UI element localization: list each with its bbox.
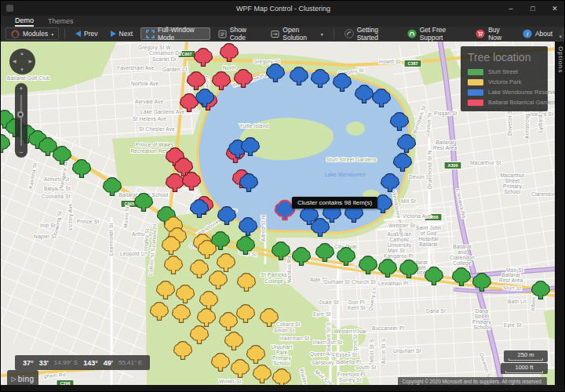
- map-label: Winter St: [219, 379, 242, 384]
- open-solution-button[interactable]: Open Solution▾: [266, 27, 327, 40]
- about-button[interactable]: i About: [518, 27, 557, 40]
- legend-swatch-3: [468, 100, 483, 106]
- maximize-button[interactable]: □: [522, 1, 544, 16]
- map-label: Indi St: [40, 223, 56, 228]
- pan-right-icon[interactable]: ▶: [28, 59, 32, 64]
- legend-swatch-1: [468, 79, 483, 85]
- menu-themes[interactable]: Themes: [48, 17, 74, 26]
- coordinates-bar: 37° 33' 14.99" S 143° 49' 55.41" E: [15, 355, 150, 370]
- road-badge-label: A300: [447, 163, 457, 168]
- full-window-mode-button[interactable]: Full-Window Mode: [140, 27, 210, 40]
- modules-button[interactable]: Modules▾: [5, 27, 59, 40]
- getting-started-icon: [344, 29, 354, 38]
- window-title: WPF Map Control - Clustering: [1, 5, 565, 13]
- map-label: BallaratandClarendonCollege: [450, 244, 475, 267]
- map-label: Scarlet Dr: [152, 56, 177, 62]
- map-label: Western Oval: [334, 328, 366, 334]
- minimize-button[interactable]: –: [500, 1, 522, 16]
- map-label: Victoria Ave: [403, 213, 432, 219]
- pan-up-icon[interactable]: ▲: [20, 51, 24, 56]
- shore-garden-patch: [346, 122, 365, 136]
- map-label: Mair St: [506, 267, 523, 273]
- buy-now-button[interactable]: Buy Now: [471, 27, 515, 40]
- map-label: Don Pl: [348, 299, 365, 305]
- latitude-degrees: 37°: [23, 359, 34, 367]
- road-badge-label: C807: [181, 52, 191, 56]
- bing-logo[interactable]: ▷ bing: [7, 370, 38, 385]
- map-label: Pisgah St: [434, 111, 457, 117]
- map-label: Sturt Street Gardens: [326, 157, 377, 162]
- map-label: Kangaroo Pl: [384, 253, 414, 260]
- map-label: Balyarta St: [44, 186, 71, 192]
- map-label: Clarendon: [531, 191, 555, 197]
- map-label: Prince St: [77, 219, 99, 224]
- map-label: Kent St: [348, 305, 366, 310]
- map-label: St Chester Ave: [139, 126, 175, 132]
- map-label: Lake Wendouree: [325, 172, 366, 177]
- map-label: BallaratRest Area: [433, 140, 457, 151]
- map-label: Durham St: [324, 279, 350, 285]
- headset-icon: [407, 29, 417, 38]
- zoom-slider[interactable]: + −: [15, 83, 27, 158]
- map-label: Faversham Ave: [117, 65, 155, 71]
- longitude-seconds: 55.41" E: [118, 359, 142, 366]
- cart-icon: [476, 29, 485, 38]
- map-label: Eyre St: [504, 322, 522, 328]
- map-label: Norfolk Ave: [131, 81, 159, 86]
- map-label: Sturt St: [503, 285, 522, 291]
- map-label: Collard St: [276, 321, 301, 327]
- map-label: Ascot St S: [381, 338, 386, 364]
- zoom-out-icon[interactable]: −: [15, 148, 27, 156]
- pan-down-icon[interactable]: ▼: [20, 67, 24, 72]
- map-label: Saint Johnof GodHospitalBallarat: [416, 225, 442, 247]
- map-label: Urquhart St: [393, 348, 421, 354]
- close-button[interactable]: ✕: [544, 1, 565, 16]
- map-label: Surrey St: [339, 377, 362, 383]
- map-label: Church St: [352, 279, 376, 285]
- map-label: Talbot St S: [369, 339, 374, 365]
- map-label: Cinnamon Dr: [149, 50, 181, 56]
- map-label: Dana St: [426, 308, 446, 314]
- map-area: C807C387C805A300C806C296 Ballarat Golf C…: [1, 42, 555, 385]
- map-label: Webster St: [388, 223, 415, 228]
- scale-imperial: 1000 ft: [501, 363, 548, 374]
- map-label: Ripon St S: [352, 328, 359, 355]
- prev-button[interactable]: Prev: [71, 27, 102, 40]
- toolbar-overflow-chevron-icon[interactable]: ▾: [559, 34, 562, 40]
- map-label: UrquhartParkPrimarySchool: [272, 344, 293, 366]
- zoom-track[interactable]: [20, 95, 22, 146]
- longitude-minutes: 49': [104, 359, 113, 367]
- map-label: Garden Ct: [162, 67, 188, 72]
- pan-left-icon[interactable]: ◀: [13, 59, 16, 64]
- zoom-in-icon[interactable]: +: [15, 85, 27, 93]
- cluster-tooltip: Cluster contains 98 item(s): [292, 197, 377, 209]
- legend-item: Victoria Park: [468, 78, 541, 85]
- getting-started-button[interactable]: Getting Started: [340, 27, 399, 40]
- modules-icon: [11, 30, 20, 38]
- map-label: Duke St: [319, 299, 339, 305]
- map-label: Wanliss Rd: [286, 256, 292, 283]
- get-free-support-button[interactable]: Get Free Support: [403, 27, 468, 40]
- map-label: Leviathan Pl: [378, 281, 409, 286]
- longitude-degrees: 143°: [83, 359, 98, 367]
- options-sidebar-tab[interactable]: Options: [555, 42, 565, 385]
- map-label: Mill St: [401, 198, 416, 204]
- map-label: Eyre St: [313, 311, 331, 318]
- copyright-notice: Copyright © 2020 Microsoft and its suppl…: [398, 377, 547, 385]
- map-label: Drummond St N: [427, 151, 432, 189]
- menu-demo[interactable]: Demo: [15, 16, 34, 27]
- map-label: North: [223, 65, 236, 71]
- legend-item: Sturt Street: [468, 68, 541, 75]
- map-label: Essex St: [336, 352, 357, 358]
- next-icon: [111, 31, 116, 37]
- bing-play-icon: ▷: [11, 376, 16, 383]
- next-button[interactable]: Next: [106, 27, 137, 40]
- map-label: Freehold Pl: [337, 372, 366, 377]
- zoom-thumb[interactable]: [17, 111, 24, 118]
- map-pan-control[interactable]: ▲ ▼ ◀ ▶: [9, 49, 35, 74]
- latitude-minutes: 33': [39, 359, 49, 367]
- title-bar: WPF Map Control - Clustering – □ ✕: [1, 1, 565, 16]
- window-bottom-edge: [1, 385, 565, 392]
- show-code-button[interactable]: Show Code: [213, 27, 264, 40]
- expand-icon: [146, 30, 155, 38]
